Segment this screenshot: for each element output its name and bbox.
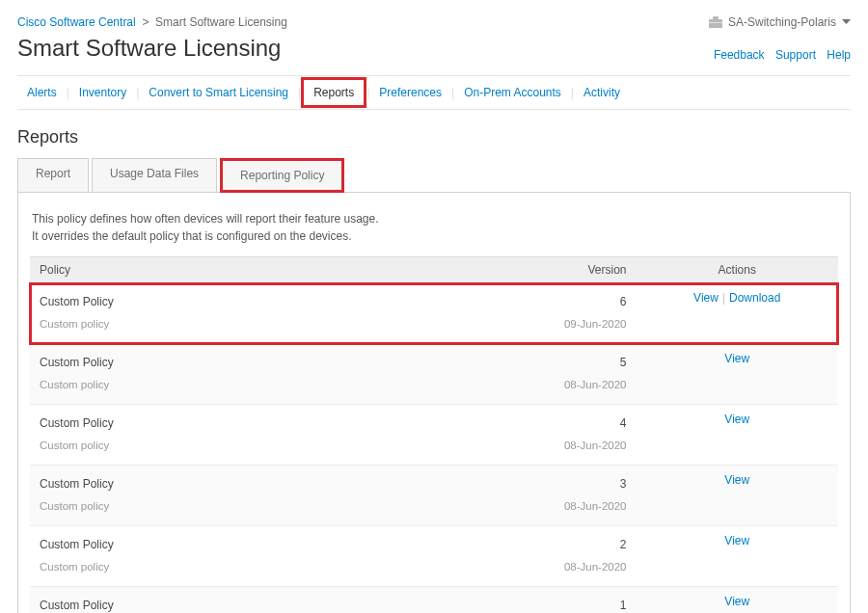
help-links: Feedback Support Help bbox=[706, 48, 851, 62]
col-version[interactable]: Version bbox=[434, 257, 637, 283]
breadcrumb-root-link[interactable]: Cisco Software Central bbox=[17, 15, 136, 29]
policy-date: 08-Jun-2020 bbox=[444, 379, 627, 390]
nav-tab-reports[interactable]: Reports bbox=[301, 77, 366, 108]
action-view-link[interactable]: View bbox=[724, 352, 749, 365]
action-view-link[interactable]: View bbox=[693, 291, 719, 305]
policy-name: Custom Policy bbox=[40, 599, 424, 612]
policy-version: 6 bbox=[444, 295, 627, 308]
table-row: Custom PolicyCustom policy408-Jun-2020Vi… bbox=[30, 405, 838, 466]
table-row: Custom PolicyCustom policy508-Jun-2020Vi… bbox=[30, 344, 838, 405]
policy-version: 4 bbox=[444, 416, 627, 430]
briefcase-icon bbox=[709, 16, 722, 28]
policy-name: Custom Policy bbox=[40, 416, 424, 430]
action-view-link[interactable]: View bbox=[724, 534, 749, 547]
action-download-link[interactable]: Download bbox=[729, 291, 780, 305]
col-policy[interactable]: Policy bbox=[30, 257, 434, 283]
breadcrumb-current: Smart Software Licensing bbox=[155, 15, 287, 29]
policy-name: Custom Policy bbox=[40, 538, 424, 551]
nav-tab-convert-to-smart-licensing[interactable]: Convert to Smart Licensing bbox=[139, 80, 298, 105]
nav-tab-inventory[interactable]: Inventory bbox=[69, 80, 136, 105]
policy-sub: Custom policy bbox=[40, 440, 424, 451]
policy-sub: Custom policy bbox=[40, 500, 424, 512]
policy-name: Custom Policy bbox=[40, 295, 424, 308]
col-actions[interactable]: Actions bbox=[637, 257, 839, 283]
policy-date: 08-Jun-2020 bbox=[444, 440, 627, 451]
policy-version: 2 bbox=[444, 538, 627, 551]
policy-table: Policy Version Actions Custom PolicyCust… bbox=[30, 256, 838, 613]
nav-tab-activity[interactable]: Activity bbox=[574, 80, 630, 105]
chevron-down-icon bbox=[842, 19, 851, 25]
account-name: SA-Switching-Polaris bbox=[728, 15, 836, 29]
policy-description: This policy defines how often devices wi… bbox=[32, 210, 836, 245]
svg-rect-0 bbox=[709, 19, 722, 28]
page-title: Smart Software Licensing bbox=[17, 35, 281, 62]
action-view-link[interactable]: View bbox=[724, 473, 749, 487]
action-view-link[interactable]: View bbox=[724, 595, 749, 608]
table-row: Custom PolicyCustom policy105-Jun-2020Vi… bbox=[30, 587, 838, 614]
policy-date: 08-Jun-2020 bbox=[444, 500, 627, 512]
subtab-report[interactable]: Report bbox=[17, 158, 89, 193]
sub-tabs: ReportUsage Data FilesReporting Policy bbox=[17, 158, 851, 193]
table-row: Custom PolicyCustom policy208-Jun-2020Vi… bbox=[30, 526, 838, 587]
section-title: Reports bbox=[17, 127, 851, 147]
action-view-link[interactable]: View bbox=[724, 413, 749, 426]
policy-version: 5 bbox=[444, 356, 627, 369]
policy-sub: Custom policy bbox=[40, 379, 424, 390]
policy-sub: Custom policy bbox=[40, 561, 424, 573]
table-row: Custom PolicyCustom policy308-Jun-2020Vi… bbox=[30, 466, 838, 526]
nav-tab-alerts[interactable]: Alerts bbox=[17, 80, 67, 105]
account-switcher[interactable]: SA-Switching-Polaris bbox=[709, 15, 851, 29]
support-link[interactable]: Support bbox=[775, 48, 816, 62]
nav-tab-on-prem-accounts[interactable]: On-Prem Accounts bbox=[454, 80, 571, 105]
policy-version: 3 bbox=[444, 477, 627, 491]
nav-tab-preferences[interactable]: Preferences bbox=[369, 80, 451, 105]
feedback-link[interactable]: Feedback bbox=[714, 48, 765, 62]
svg-rect-2 bbox=[709, 22, 722, 23]
policy-version: 1 bbox=[444, 599, 627, 612]
policy-date: 09-Jun-2020 bbox=[444, 318, 627, 330]
svg-rect-1 bbox=[713, 16, 719, 19]
subtab-reporting-policy[interactable]: Reporting Policy bbox=[220, 158, 344, 193]
policy-date: 08-Jun-2020 bbox=[444, 561, 627, 573]
policy-sub: Custom policy bbox=[40, 318, 424, 330]
policy-name: Custom Policy bbox=[40, 477, 424, 491]
main-nav: Alerts | Inventory | Convert to Smart Li… bbox=[17, 75, 851, 110]
help-link[interactable]: Help bbox=[827, 48, 851, 62]
table-row: Custom PolicyCustom policy609-Jun-2020Vi… bbox=[30, 283, 838, 344]
policy-name: Custom Policy bbox=[40, 356, 424, 369]
reporting-policy-panel: This policy defines how often devices wi… bbox=[17, 192, 851, 613]
breadcrumb: Cisco Software Central > Smart Software … bbox=[17, 15, 287, 29]
subtab-usage-data-files[interactable]: Usage Data Files bbox=[92, 158, 217, 193]
